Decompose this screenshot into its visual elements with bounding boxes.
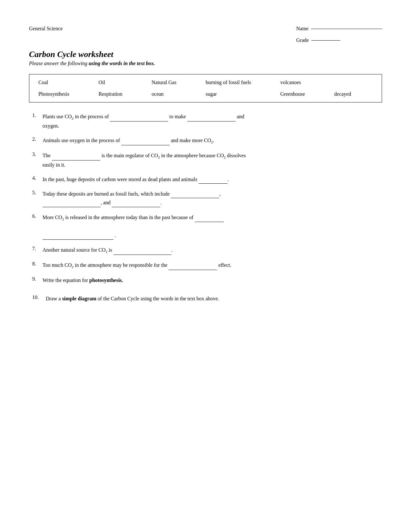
subject-label: General Science [29,26,63,32]
grade-input-line [311,40,340,41]
question-8: 8. Too much CO2 in the atmosphere may be… [32,261,382,270]
q7-blank1 [113,249,171,255]
q5-text: Today these deposits are burned as fossi… [43,189,382,207]
header: General Science Name Grade [29,26,382,43]
name-field-row: Name [296,26,382,32]
q4-text: In the past, huge deposits of carbon wer… [43,175,382,184]
q8-text: Too much CO2 in the atmosphere may be re… [43,261,382,270]
q3-text: The is the main regulator of CO2 in the … [43,151,382,169]
question-5: 5. Today these deposits are burned as fo… [32,189,382,207]
word-burning-fossil-fuels: burning of fossil fuels [202,78,277,87]
subject-text: General Science [29,26,63,31]
q6-blank1 [195,216,224,222]
q9-bold: photosynthesis. [89,277,123,283]
q1-number: 1. [32,112,43,118]
q8-number: 8. [32,261,43,267]
question-2: 2. Animals use oxygen in the process of … [32,136,382,145]
q10-bold: simple diagram [62,296,96,301]
q2-text: Animals use oxygen in the process of and… [43,136,382,145]
q2-blank1 [121,140,170,145]
q3-blank1 [52,155,100,160]
question-6: 6. More CO2 is released in the atmospher… [32,213,382,240]
word-coal: Coal [34,78,95,87]
q6-blank2 [43,234,113,240]
questions-section: 1. Plants use CO2 in the process of to m… [29,112,382,303]
q5-blank1 [171,192,219,198]
word-greenhouse: Greenhouse [277,89,330,99]
question-7: 7. Another natural source for CO2 is . [32,246,382,255]
q7-number: 7. [32,246,43,252]
question-10: 10. Draw a simple diagram of the Carbon … [32,294,382,303]
q6-number: 6. [32,213,43,219]
question-1: 1. Plants use CO2 in the process of to m… [32,112,382,130]
header-right: Name Grade [296,26,382,43]
q7-text: Another natural source for CO2 is . [43,246,382,255]
q4-blank1 [199,178,228,184]
grade-label: Grade [296,37,309,43]
worksheet-title: Carbon Cycle worksheet [29,50,382,59]
word-ocean: ocean [148,89,202,99]
q1-blank2 [187,116,236,121]
q8-blank1 [169,264,217,270]
question-4: 4. In the past, huge deposits of carbon … [32,175,382,184]
q10-number: 10. [32,294,46,300]
word-photosynthesis: Photosynthesis [34,89,95,99]
title-section: Carbon Cycle worksheet Please answer the… [29,50,382,66]
q9-text: Write the equation for photosynthesis. [43,276,382,285]
q5-blank2 [43,201,101,207]
q9-number: 9. [32,276,43,282]
name-label: Name [296,26,308,32]
word-sugar: sugar [202,89,277,99]
q1-text: Plants use CO2 in the process of to make… [43,112,382,130]
subtitle-plain: Please answer the following [29,61,89,66]
question-9: 9. Write the equation for photosynthesis… [32,276,382,285]
q3-number: 3. [32,151,43,157]
subtitle: Please answer the following using the wo… [29,61,382,66]
q2-number: 2. [32,136,43,142]
grade-field-row: Grade [296,37,382,43]
q1-blank1 [110,116,168,121]
subtitle-bold: using the words in the text box. [89,61,155,66]
word-box: Coal Oil Natural Gas burning of fossil f… [29,74,382,102]
q4-number: 4. [32,175,43,181]
word-oil: Oil [95,78,148,87]
q6-text: More CO2 is released in the atmosphere t… [43,213,382,240]
word-volcanoes: volcanoes [277,78,377,87]
question-3: 3. The is the main regulator of CO2 in t… [32,151,382,169]
q5-blank3 [112,201,160,207]
word-respiration: Respiration [95,89,148,99]
name-input-line [311,29,382,29]
word-decayed: decayed [330,89,377,99]
word-natural-gas: Natural Gas [148,78,202,87]
q5-number: 5. [32,189,43,196]
q10-text: Draw a simple diagram of the Carbon Cycl… [46,294,382,303]
